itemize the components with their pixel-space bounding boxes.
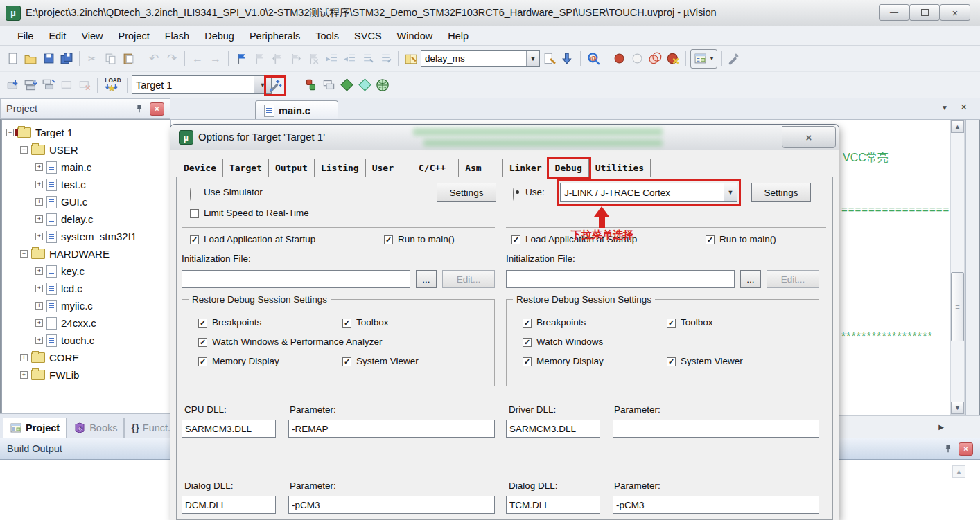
comment-icon[interactable] (359, 51, 376, 67)
init-file-input-right[interactable] (506, 270, 735, 288)
insert-bookmark-icon[interactable] (233, 51, 250, 67)
undo-icon[interactable]: ↶ (146, 51, 162, 67)
tab-user[interactable]: User (366, 159, 412, 177)
scroll-up-icon[interactable]: ▲ (951, 120, 964, 133)
dialog-dll-input-right[interactable] (506, 496, 600, 514)
watch-checkbox-left[interactable]: ✓ (198, 338, 207, 347)
configure-wrench-icon[interactable] (726, 51, 743, 67)
next-bookmark-icon[interactable] (287, 51, 304, 67)
save-all-icon[interactable] (58, 51, 75, 67)
pin-icon[interactable] (134, 104, 144, 114)
tab-target[interactable]: Target (223, 159, 269, 177)
manage-runtime-environment-icon[interactable] (302, 77, 319, 93)
collapse-icon[interactable]: − (20, 250, 28, 258)
driver-dropdown-icon[interactable]: ▼ (724, 183, 737, 201)
toggle-bookmark-icon[interactable] (251, 51, 268, 67)
previous-bookmark-icon[interactable] (269, 51, 286, 67)
download-icon[interactable]: LOAD (102, 77, 123, 93)
pin-icon[interactable] (943, 444, 953, 454)
tab-project[interactable]: Project (3, 418, 67, 438)
load-app-checkbox-right[interactable]: ✓ (511, 235, 520, 244)
tree-item-core[interactable]: + CORE (2, 349, 170, 366)
find-in-files-book-icon[interactable] (403, 51, 419, 67)
menu-svcs[interactable]: SVCS (347, 26, 390, 45)
multi-project-icon[interactable] (374, 77, 391, 93)
menu-edit[interactable]: Edit (41, 26, 73, 45)
translate-icon[interactable] (4, 77, 21, 93)
cpu-dll-input[interactable] (182, 420, 276, 438)
build-icon[interactable] (22, 77, 39, 93)
run-to-main-checkbox-right[interactable]: ✓ (706, 235, 715, 244)
copy-icon[interactable] (102, 51, 119, 67)
init-file-input-left[interactable] (182, 270, 410, 288)
expand-icon[interactable]: + (20, 371, 28, 379)
tab-linker[interactable]: Linker (503, 159, 549, 177)
save-icon[interactable] (40, 51, 57, 67)
redo-icon[interactable]: ↷ (164, 51, 180, 67)
options-for-target-wand-icon[interactable] (264, 75, 286, 96)
menu-debug[interactable]: Debug (197, 26, 242, 45)
tab-utilities[interactable]: Utilities (589, 159, 651, 177)
driver-dll-input[interactable] (506, 420, 600, 438)
use-driver-radio[interactable] (513, 188, 514, 201)
uncomment-icon[interactable] (377, 51, 394, 67)
breakpoints-checkbox-left[interactable]: ✓ (198, 319, 207, 328)
tree-item-key-c[interactable]: + key.c (2, 262, 170, 280)
tab-close-icon[interactable]: × (961, 101, 967, 114)
stop-build-icon[interactable] (76, 77, 93, 93)
load-app-checkbox-left[interactable]: ✓ (190, 235, 199, 244)
find-in-document-icon[interactable] (541, 51, 558, 67)
tab-main-c[interactable]: main.c (255, 100, 338, 120)
rebuild-icon[interactable] (40, 77, 57, 93)
scroll-thumb[interactable]: ≡ (951, 272, 964, 341)
goto-definition-icon[interactable] (559, 51, 576, 67)
expand-icon[interactable]: + (35, 198, 43, 206)
tree-item-target1[interactable]: − Target 1 (2, 124, 170, 141)
dialog-param-input-right[interactable] (613, 496, 819, 514)
restore-button[interactable] (909, 4, 940, 21)
editor-vscrollbar[interactable] (950, 120, 965, 415)
tree-item-main-c[interactable]: + main.c (2, 159, 170, 176)
clear-bookmarks-icon[interactable] (305, 51, 322, 67)
find-dropdown-icon[interactable]: ▼ (526, 51, 539, 66)
menu-flash[interactable]: Flash (157, 26, 197, 45)
target-select-combobox[interactable]: Target 1 ▼ (132, 75, 272, 94)
edit-button-left[interactable]: Edit... (442, 270, 495, 288)
tab-debug[interactable]: Debug (549, 159, 589, 177)
tab-listing[interactable]: Listing (315, 159, 366, 177)
scroll-right-icon[interactable]: ▶ (934, 420, 948, 433)
tab-asm[interactable]: Asm (459, 159, 502, 177)
expand-icon[interactable]: + (35, 319, 43, 327)
tab-device[interactable]: Device (177, 159, 223, 177)
menu-view[interactable]: View (73, 26, 110, 45)
tab-output[interactable]: Output (269, 159, 315, 177)
driver-param-input[interactable] (613, 420, 819, 438)
expand-icon[interactable]: + (35, 285, 43, 292)
navigate-forward-icon[interactable]: → (207, 51, 224, 67)
sysviewer-checkbox-right[interactable]: ✓ (667, 357, 676, 366)
menu-project[interactable]: Project (111, 26, 157, 45)
menu-tools[interactable]: Tools (308, 26, 347, 45)
dialog-close-button[interactable]: × (782, 126, 836, 148)
file-extensions-icon[interactable] (338, 77, 355, 93)
browse-button-right[interactable]: ... (740, 270, 761, 288)
insert-breakpoint-icon[interactable] (611, 51, 627, 67)
tree-item-24cxx-c[interactable]: + 24cxx.c (2, 314, 170, 332)
expand-icon[interactable]: + (35, 181, 43, 188)
collapse-icon[interactable]: − (20, 146, 28, 154)
expand-icon[interactable]: + (35, 163, 43, 171)
close-button[interactable]: × (940, 4, 970, 21)
simulator-settings-button[interactable]: Settings (437, 183, 496, 202)
expand-icon[interactable]: + (35, 267, 43, 275)
minimize-button[interactable]: — (879, 4, 909, 21)
disable-all-breakpoints-icon[interactable] (647, 51, 663, 67)
manage-books-icon[interactable] (356, 77, 373, 93)
build-output-scroll-up-icon[interactable]: ▲ (952, 465, 965, 478)
dialog-param-input-left[interactable] (288, 496, 495, 514)
tab-books[interactable]: ? Books (67, 418, 124, 438)
tree-item-test-c[interactable]: + test.c (2, 176, 170, 193)
navigate-back-icon[interactable]: ← (189, 51, 206, 67)
run-to-main-checkbox-left[interactable]: ✓ (384, 235, 393, 244)
expand-icon[interactable]: + (35, 215, 43, 223)
memory-checkbox-right[interactable]: ✓ (523, 357, 532, 366)
